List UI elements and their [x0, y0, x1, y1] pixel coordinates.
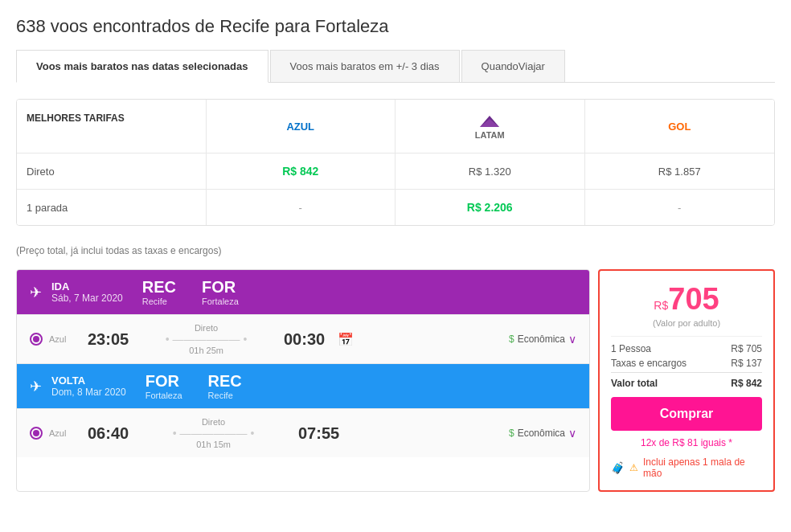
tab-selected[interactable]: Voos mais baratos nas datas selecionadas	[16, 50, 268, 83]
price-line-pessoa: 1 Pessoa R$ 705	[611, 343, 762, 354]
flight-volta-detail: Azul 06:40 Direto •——————• 01h 15m 07:55…	[17, 408, 589, 457]
volta-departure: 06:40	[88, 424, 129, 443]
price-amount: 705	[668, 282, 719, 317]
luggage-note: 🧳 ⚠ Inclui apenas 1 mala de mão	[611, 456, 762, 479]
header-latam: Latam	[396, 100, 585, 153]
luggage-icon: 🧳	[611, 461, 625, 474]
price-latam-1parada: R$ 2.206	[396, 190, 585, 225]
price-azul-1parada: -	[207, 190, 396, 225]
latam-logo-icon	[477, 113, 502, 130]
ida-from-code: REC	[142, 278, 176, 297]
table-row-direto: Direto R$ 842 R$ 1.320 R$ 1.857	[17, 153, 774, 189]
row-type-direto: Direto	[17, 153, 207, 189]
footer-note: (Preço total, já inclui todas as taxas e…	[16, 239, 775, 269]
dollar-icon-volta: $	[509, 428, 514, 439]
flight-ida-header: ✈ IDA Sáb, 7 Mar 2020 REC Recife FOR For…	[17, 270, 589, 314]
volta-from-code: FOR	[145, 372, 182, 391]
plane-ida-icon: ✈	[30, 284, 42, 301]
price-currency: R$	[654, 299, 668, 312]
tab-3days[interactable]: Voos mais baratos em +/- 3 dias	[270, 50, 460, 82]
tab-quando[interactable]: QuandoViajar	[461, 50, 565, 82]
calendar-icon: 📅	[338, 332, 354, 347]
price-azul-direto: R$ 842	[207, 153, 396, 189]
ida-duration: 01h 25m	[189, 346, 223, 355]
ida-to-city: Fortaleza	[202, 297, 239, 306]
ida-seat-class: $ Econômica ∨	[509, 333, 576, 346]
ida-to-code: FOR	[202, 278, 239, 297]
flight-cards: ✈ IDA Sáb, 7 Mar 2020 REC Recife FOR For…	[16, 269, 590, 492]
ida-from-city: Recife	[142, 297, 176, 306]
chevron-down-ida-icon[interactable]: ∨	[568, 333, 576, 346]
flights-area: ✈ IDA Sáb, 7 Mar 2020 REC Recife FOR For…	[16, 269, 775, 492]
table-header: MELHORES TARIFAS Azul Latam Gol	[17, 100, 774, 153]
ida-departure: 23:05	[88, 330, 129, 349]
chevron-down-volta-icon[interactable]: ∨	[568, 427, 576, 440]
price-latam-direto: R$ 1.320	[396, 153, 585, 189]
price-per-adult: (Valor por adulto)	[611, 318, 762, 328]
ida-flight-middle: Direto •——————• 01h 25m	[135, 323, 277, 355]
volta-seat-class: $ Econômica ∨	[509, 427, 576, 440]
price-main: R$ 705	[611, 282, 762, 317]
flight-volta-route: FOR Fortaleza REC Recife	[145, 372, 242, 400]
volta-to-city: Recife	[208, 391, 242, 400]
flight-volta-label: VOLTA	[51, 374, 126, 387]
header-azul: Azul	[207, 100, 396, 153]
installment-text: 12x de R$ 81 iguais *	[611, 437, 762, 448]
warn-icon: ⚠	[629, 462, 638, 473]
flight-volta-date: Dom, 8 Mar 2020	[51, 387, 126, 398]
flight-ida-date: Sáb, 7 Mar 2020	[51, 293, 123, 304]
plane-volta-icon: ✈	[30, 378, 42, 395]
price-line-taxas: Taxas e encargos R$ 137	[611, 358, 762, 369]
ida-flight-type: Direto	[195, 323, 218, 333]
flight-ida-route: REC Recife FOR Fortaleza	[142, 278, 239, 306]
svg-marker-1	[480, 119, 499, 127]
buy-button[interactable]: Comprar	[611, 397, 762, 431]
price-breakdown: 1 Pessoa R$ 705 Taxas e encargos R$ 137 …	[611, 336, 762, 389]
price-gol-1parada: -	[585, 190, 775, 225]
ida-radio[interactable]	[30, 333, 43, 346]
volta-from-city: Fortaleza	[145, 391, 182, 400]
page-title: 638 voos encontrados de Recife para Fort…	[16, 16, 775, 37]
header-gol: Gol	[585, 100, 775, 153]
flight-ida-detail: Azul 23:05 Direto •——————• 01h 25m 00:30…	[17, 314, 589, 363]
table-row-1parada: 1 parada - R$ 2.206 -	[17, 189, 774, 225]
flight-ida-label: IDA	[51, 280, 123, 293]
ida-dots-line: •——————•	[166, 333, 248, 346]
volta-airline: Azul	[49, 428, 81, 438]
volta-radio[interactable]	[30, 427, 43, 440]
ida-airline: Azul	[49, 334, 81, 344]
volta-flight-middle: Direto •——————• 01h 15m	[135, 417, 292, 449]
price-total: Valor total R$ 842	[611, 372, 762, 389]
dollar-icon: $	[509, 334, 514, 345]
best-fares-table: MELHORES TARIFAS Azul Latam Gol Direto R…	[16, 99, 775, 226]
row-type-1parada: 1 parada	[17, 190, 207, 225]
tabs-bar: Voos mais baratos nas datas selecionadas…	[16, 50, 775, 83]
price-box: R$ 705 (Valor por adulto) 1 Pessoa R$ 70…	[598, 269, 775, 492]
header-tarifas: MELHORES TARIFAS	[17, 100, 207, 153]
ida-arrival: 00:30	[284, 330, 325, 349]
price-gol-direto: R$ 1.857	[585, 153, 775, 189]
volta-dots-line: •——————•	[173, 427, 255, 440]
flight-volta-header: ✈ VOLTA Dom, 8 Mar 2020 FOR Fortaleza RE…	[17, 364, 589, 408]
volta-flight-type: Direto	[202, 417, 225, 427]
volta-duration: 01h 15m	[196, 440, 231, 449]
volta-arrival: 07:55	[298, 424, 339, 443]
volta-to-code: REC	[208, 372, 242, 391]
